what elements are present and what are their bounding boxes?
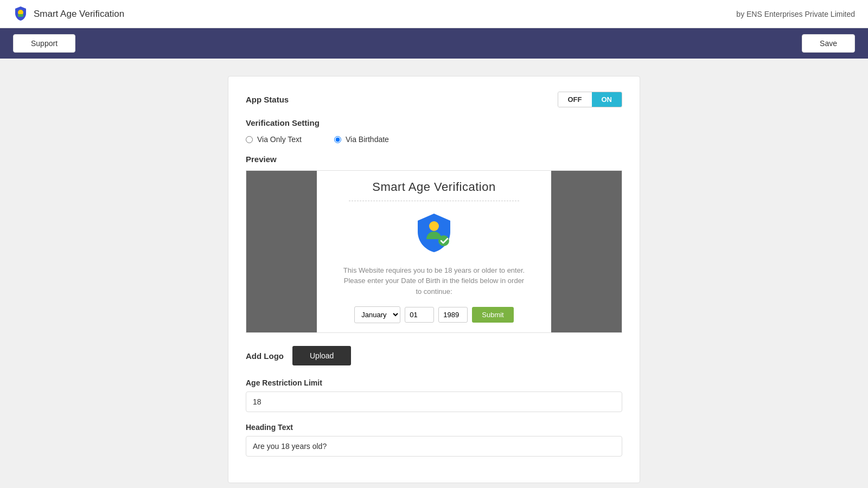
toggle-off-button[interactable]: OFF: [558, 92, 592, 107]
add-logo-label: Add Logo: [246, 351, 284, 361]
by-text: by ENS Enterprises Private Limited: [736, 10, 855, 18]
preview-divider: [349, 201, 519, 201]
main-content: App Status OFF ON Verification Setting V…: [0, 59, 868, 488]
heading-text-input[interactable]: [246, 436, 622, 457]
svg-rect-1: [18, 14, 23, 17]
svg-point-2: [429, 221, 439, 231]
preview-month-select[interactable]: January: [354, 306, 400, 323]
status-toggle[interactable]: OFF ON: [558, 92, 623, 107]
app-title: Smart Age Verification: [34, 9, 124, 20]
preview-form[interactable]: January Submit: [354, 306, 513, 323]
preview-submit-button[interactable]: Submit: [472, 307, 513, 323]
toggle-on-button[interactable]: ON: [592, 92, 622, 107]
preview-section: Preview Smart Age Verification: [246, 155, 622, 333]
preview-label: Preview: [246, 155, 622, 164]
preview-year-input[interactable]: [438, 307, 468, 323]
heading-text-label: Heading Text: [246, 423, 622, 432]
age-restriction-label: Age Restriction Limit: [246, 378, 622, 387]
preview-shield-icon: [412, 211, 456, 256]
radio-text-input[interactable]: [246, 136, 253, 143]
preview-title: Smart Age Verification: [372, 180, 495, 194]
verification-section: Verification Setting Via Only Text Via B…: [246, 118, 622, 144]
preview-main: Smart Age Verification: [317, 171, 551, 332]
settings-panel: App Status OFF ON Verification Setting V…: [228, 76, 640, 483]
verification-label: Verification Setting: [246, 118, 622, 127]
preview-sidebar-right: [551, 171, 622, 332]
preview-container: Smart Age Verification: [246, 170, 622, 333]
svg-point-3: [438, 235, 449, 246]
radio-birthdate-label: Via Birthdate: [346, 135, 389, 144]
app-header-left: Smart Age Verification: [13, 5, 124, 23]
preview-desc: This Website requires you to be 18 years…: [342, 265, 526, 297]
preview-day-input[interactable]: [405, 307, 434, 323]
radio-text-option[interactable]: Via Only Text: [246, 135, 302, 144]
age-restriction-section: Age Restriction Limit: [246, 378, 622, 412]
app-status-label: App Status: [246, 95, 289, 104]
radio-birthdate-input[interactable]: [334, 136, 341, 143]
app-status-row: App Status OFF ON: [246, 92, 622, 107]
preview-sidebar-left: [246, 171, 317, 332]
app-header: Smart Age Verification by ENS Enterprise…: [0, 0, 868, 28]
toolbar: Support Save: [0, 28, 868, 59]
save-button[interactable]: Save: [802, 34, 855, 53]
add-logo-section: Add Logo Upload: [246, 346, 622, 365]
age-restriction-input[interactable]: [246, 391, 622, 412]
upload-button[interactable]: Upload: [292, 346, 351, 365]
heading-text-section: Heading Text: [246, 423, 622, 457]
radio-group: Via Only Text Via Birthdate: [246, 135, 622, 144]
radio-text-label: Via Only Text: [257, 135, 302, 144]
shield-icon: [13, 5, 28, 23]
support-button[interactable]: Support: [13, 34, 75, 53]
radio-birthdate-option[interactable]: Via Birthdate: [334, 135, 389, 144]
